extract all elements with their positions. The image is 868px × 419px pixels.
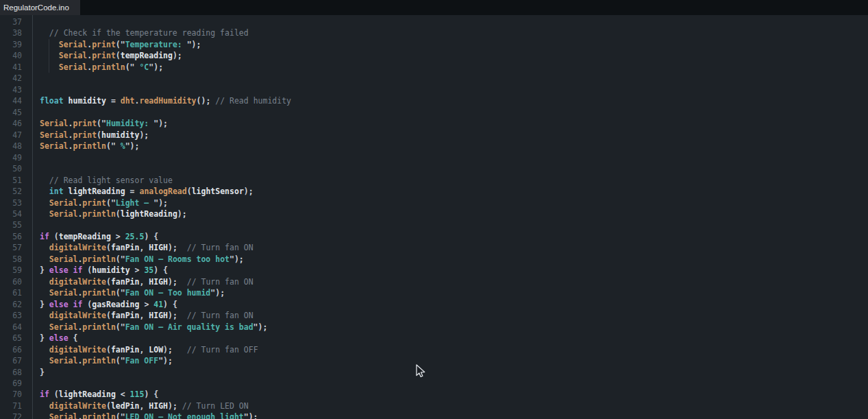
code-token bbox=[40, 322, 49, 332]
tab-regulatorcode[interactable]: RegulatorCode.ino bbox=[0, 0, 80, 15]
code-token: readHumidity bbox=[139, 96, 196, 106]
code-line[interactable]: 69 bbox=[0, 378, 868, 389]
code-token: (" bbox=[116, 322, 125, 332]
code-line[interactable]: 42 bbox=[0, 73, 868, 84]
code-token: HIGH bbox=[149, 243, 168, 252]
code-token: humidity bbox=[92, 265, 129, 275]
code-token: Serial bbox=[49, 322, 78, 332]
code-line[interactable]: 66 digitalWrite(fanPin, LOW); // Turn fa… bbox=[0, 344, 868, 355]
code-line[interactable]: 71 digitalWrite(ledPin, HIGH); // Turn L… bbox=[0, 400, 868, 411]
code-token: (" bbox=[97, 119, 106, 128]
code-line-text: digitalWrite(fanPin, HIGH); // Turn fan … bbox=[22, 310, 868, 321]
code-token bbox=[40, 198, 49, 208]
code-token bbox=[40, 254, 49, 264]
code-line[interactable]: 61 Serial.println("Fan ON — Too humid"); bbox=[0, 287, 868, 298]
code-line[interactable]: 40 Serial.print(tempReading); bbox=[0, 50, 868, 61]
code-line[interactable]: 48Serial.println(" %"); bbox=[0, 141, 868, 152]
code-token bbox=[40, 62, 59, 72]
code-line[interactable]: 41 Serial.println(" °C"); bbox=[0, 62, 868, 73]
code-line-text: } else if (humidity > 35) { bbox=[22, 265, 868, 276]
code-token: ( bbox=[106, 345, 111, 355]
line-number: 58 bbox=[0, 254, 22, 265]
code-line[interactable]: 39 Serial.print("Temperature: "); bbox=[0, 39, 868, 50]
code-line[interactable]: 47Serial.print(humidity); bbox=[0, 130, 868, 141]
code-line[interactable]: 51 // Read light sensor value bbox=[0, 175, 868, 186]
code-token: , bbox=[139, 277, 149, 287]
code-token: Serial bbox=[40, 130, 69, 140]
code-line[interactable]: 53 Serial.print("Light — "); bbox=[0, 197, 868, 208]
line-number: 43 bbox=[0, 84, 22, 95]
code-line[interactable]: 49 bbox=[0, 152, 868, 163]
code-token: , bbox=[139, 243, 149, 252]
code-line-text bbox=[22, 163, 868, 174]
code-line[interactable]: 50 bbox=[0, 163, 868, 174]
code-token: // Turn fan ON bbox=[187, 311, 253, 320]
code-token: "); bbox=[210, 288, 225, 298]
code-line[interactable]: 65} else { bbox=[0, 333, 868, 344]
code-token: print bbox=[73, 130, 97, 140]
code-token: "); bbox=[158, 356, 173, 366]
code-token: ( bbox=[49, 232, 59, 241]
code-line[interactable]: 37 bbox=[0, 16, 868, 27]
code-token: ); bbox=[244, 187, 253, 196]
code-editor[interactable]: 3738 // Check if the temperature reading… bbox=[0, 15, 868, 419]
code-token: "); bbox=[153, 198, 168, 208]
code-token: // Turn fan ON bbox=[187, 277, 253, 287]
code-line[interactable]: 46Serial.print("Humidity: "); bbox=[0, 118, 868, 129]
code-line[interactable]: 63 digitalWrite(fanPin, HIGH); // Turn f… bbox=[0, 310, 868, 321]
code-token bbox=[40, 176, 49, 185]
code-token bbox=[40, 28, 49, 38]
code-line-text: Serial.println("Fan ON — Rooms too hot")… bbox=[22, 254, 868, 265]
code-line[interactable]: 62} else if (gasReading > 41) { bbox=[0, 299, 868, 310]
code-line[interactable]: 44float humidity = dht.readHumidity(); /… bbox=[0, 95, 868, 106]
code-line[interactable]: 70if (lightReading < 115) { bbox=[0, 389, 868, 400]
code-token: Serial bbox=[49, 209, 78, 219]
code-line[interactable]: 56if (tempReading > 25.5) { bbox=[0, 231, 868, 242]
code-line[interactable]: 64 Serial.println("Fan ON — Air quality … bbox=[0, 322, 868, 333]
code-token: // Turn fan ON bbox=[187, 243, 253, 252]
code-token: tempReading bbox=[121, 51, 173, 60]
code-token: Fan ON — Too humid bbox=[125, 288, 211, 298]
code-line-text: int lightReading = analogRead(lightSenso… bbox=[22, 186, 868, 197]
code-line[interactable]: 52 int lightReading = analogRead(lightSe… bbox=[0, 186, 868, 197]
code-token: } bbox=[40, 300, 49, 309]
code-token: (" bbox=[106, 198, 116, 208]
line-number: 52 bbox=[0, 186, 22, 197]
code-token: > bbox=[130, 265, 145, 275]
code-token: digitalWrite bbox=[49, 243, 106, 252]
code-token: (" bbox=[116, 288, 125, 298]
code-token: Serial bbox=[40, 141, 69, 151]
code-line[interactable]: 54 Serial.println(lightReading); bbox=[0, 208, 868, 219]
code-token: 35 bbox=[144, 265, 153, 275]
code-token bbox=[40, 209, 49, 219]
code-token: println bbox=[82, 288, 115, 298]
code-token bbox=[40, 187, 49, 196]
code-token: else bbox=[49, 300, 69, 309]
code-line-text: Serial.println(" %"); bbox=[22, 141, 868, 152]
code-line[interactable]: 45 bbox=[0, 107, 868, 118]
code-line[interactable]: 38 // Check if the temperature reading f… bbox=[0, 27, 868, 38]
line-number: 55 bbox=[0, 219, 22, 230]
code-token: (); bbox=[197, 96, 216, 106]
code-line[interactable]: 67 Serial.println("Fan OFF"); bbox=[0, 355, 868, 366]
code-line[interactable]: 60 digitalWrite(fanPin, HIGH); // Turn f… bbox=[0, 276, 868, 287]
line-number: 68 bbox=[0, 367, 22, 378]
editor-window: RegulatorCode.ino 3738 // Check if the t… bbox=[0, 0, 868, 419]
code-line[interactable]: 58 Serial.println("Fan ON — Rooms too ho… bbox=[0, 254, 868, 265]
code-token: Serial bbox=[59, 62, 88, 72]
code-token: } bbox=[40, 368, 45, 377]
code-line-text bbox=[22, 73, 868, 84]
code-line[interactable]: 59} else if (humidity > 35) { bbox=[0, 265, 868, 276]
code-token: 25.5 bbox=[125, 232, 145, 241]
code-line[interactable]: 68} bbox=[0, 367, 868, 378]
code-token: // Read light sensor value bbox=[49, 176, 173, 185]
code-line[interactable]: 57 digitalWrite(fanPin, HIGH); // Turn f… bbox=[0, 242, 868, 253]
line-number: 47 bbox=[0, 130, 22, 141]
code-line[interactable]: 43 bbox=[0, 84, 868, 95]
code-line[interactable]: 72 Serial.println("LED ON — Not enough l… bbox=[0, 411, 868, 419]
code-line[interactable]: 55 bbox=[0, 219, 868, 230]
code-token: ( bbox=[106, 311, 111, 320]
code-line-text: if (lightReading < 115) { bbox=[22, 389, 868, 400]
code-token: Serial bbox=[40, 119, 69, 128]
code-token bbox=[40, 356, 49, 366]
